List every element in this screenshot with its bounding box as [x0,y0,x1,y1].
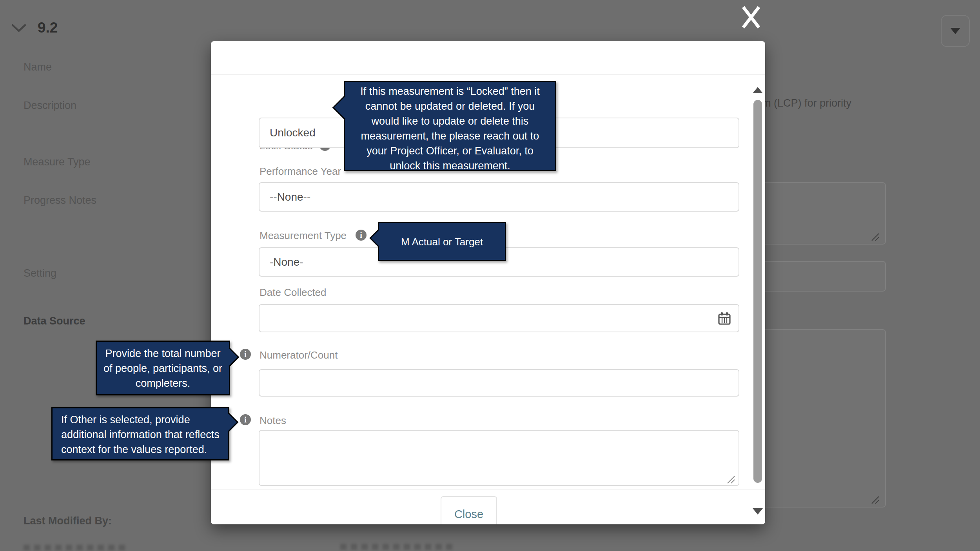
resize-handle-icon [871,496,880,504]
bg-faint-text [340,544,454,550]
bg-label-progress-notes: Progress Notes [24,194,96,207]
bg-faint-text [24,545,125,551]
lock-status-value: Unlocked [270,127,316,139]
close-button-label: Close [454,508,483,521]
modal-header-divider [211,74,765,75]
bg-label-name: Name [24,61,52,73]
numerator-label: Numerator/Count [260,349,338,361]
resize-handle-icon[interactable] [727,475,735,486]
section-number: 9.2 [38,20,58,36]
measurement-type-tooltip: M Actual or Target [378,222,506,261]
chevron-down-icon [950,28,960,34]
scroll-up-arrow-icon[interactable] [753,87,763,93]
bg-label-measure-type: Measure Type [24,156,91,168]
bg-label-last-modified-by: Last Modified By: [24,515,112,527]
collapse-dropdown-button[interactable] [941,15,970,47]
date-collected-label: Date Collected [260,286,327,299]
numerator-info-icon[interactable]: i [240,349,251,360]
notes-label: Notes [260,415,286,427]
performance-year-label: Performance Year [260,165,341,178]
measurement-type-info-icon[interactable]: i [356,230,367,241]
notes-info-icon[interactable]: i [240,414,251,425]
close-icon[interactable] [741,5,761,30]
measurement-type-label: Measurement Type [260,230,347,242]
numerator-tooltip: Provide the total number of people, part… [96,341,230,395]
measurement-type-value: -None- [270,256,303,268]
performance-year-select[interactable]: --None-- [259,182,739,212]
screen: { "background": { "section_number": "9.2… [0,0,980,551]
scrollbar-thumb[interactable] [753,100,762,483]
notes-tooltip: If Other is selected, provide additional… [51,407,229,460]
performance-year-value: --None-- [270,191,310,203]
bg-label-description: Description [24,100,76,112]
scroll-down-arrow-icon[interactable] [753,508,763,515]
modal-footer-divider [211,489,765,489]
close-button[interactable]: Close [441,496,497,524]
section-collapse-chevron-icon[interactable] [11,24,27,34]
bg-truncated-description-text: m (LCP) for priority [762,97,851,109]
lock-status-tooltip: If this measurement is “Locked” then it … [344,81,556,171]
bg-label-setting: Setting [24,267,56,279]
numerator-input[interactable] [259,369,739,397]
resize-handle-icon [871,233,880,241]
calendar-icon[interactable] [717,311,731,327]
date-collected-input[interactable] [259,304,739,332]
bg-label-data-source: Data Source [24,315,85,327]
notes-textarea[interactable] [259,430,739,486]
